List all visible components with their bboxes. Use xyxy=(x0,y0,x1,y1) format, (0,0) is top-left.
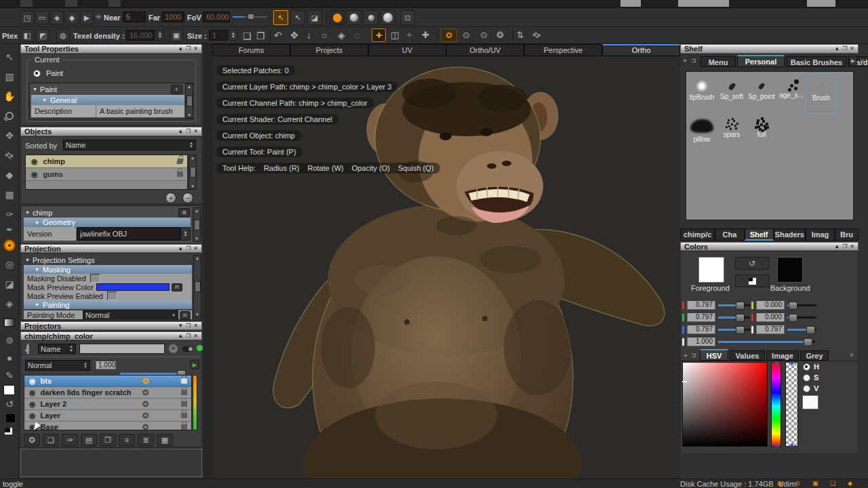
filter-dropdown[interactable]: Name ▲▼ xyxy=(38,344,76,354)
quad-view-icon[interactable]: ◈ xyxy=(50,11,64,24)
s-radio[interactable] xyxy=(803,374,810,382)
layer-row-darken[interactable]: ◉ darken lids finger scratch ✪ xyxy=(24,387,191,399)
add-object-button[interactable]: + xyxy=(165,192,176,203)
brush-cell-age-s[interactable]: age_s... xyxy=(777,75,806,113)
tab-ortho[interactable]: Ortho xyxy=(602,44,680,56)
scroll-thumb[interactable] xyxy=(190,167,196,178)
slider-knob[interactable] xyxy=(736,326,745,334)
polygon-icon[interactable]: ◆ xyxy=(65,11,79,24)
paste-icon[interactable]: ❐ xyxy=(256,30,265,41)
collapse-icon[interactable]: ▲ xyxy=(834,46,840,52)
dock-tab-cha[interactable]: Cha xyxy=(715,228,744,241)
project-through-icon[interactable]: ⇄ xyxy=(515,31,526,39)
picked-color-swatch[interactable] xyxy=(802,395,818,409)
marquee-select-tool-icon[interactable]: ▧ xyxy=(2,70,17,83)
fov-slider[interactable] xyxy=(233,16,267,18)
paint-through-tool-icon[interactable]: ✑ xyxy=(2,207,17,221)
painting-mode-dropdown[interactable]: Normal ▲ xyxy=(83,310,178,321)
eye-icon[interactable]: ◉ xyxy=(29,388,36,397)
viewport-canvas[interactable]: Selected Patches: 0 Current Layer Path: … xyxy=(212,56,680,479)
blue-value[interactable]: 0.797 xyxy=(687,325,715,334)
palette-icon[interactable]: ✪ xyxy=(142,388,149,397)
eye-icon[interactable]: ◉ xyxy=(31,157,38,166)
h-radio[interactable] xyxy=(803,363,810,371)
split-horizontal-icon[interactable]: ◫ xyxy=(391,30,399,40)
slider-knob[interactable] xyxy=(789,302,797,310)
globe-icon[interactable]: ◍ xyxy=(56,29,70,42)
detach-shelf-icon[interactable]: ⊐ xyxy=(691,57,696,64)
picker-tab-values[interactable]: Values xyxy=(730,350,765,361)
lock-icon[interactable] xyxy=(181,401,187,407)
mirror-grid-icon[interactable]: ✚ xyxy=(422,30,429,40)
texel-density-field[interactable]: 16.000 xyxy=(126,30,155,41)
layer-grid-button[interactable]: ▦ xyxy=(157,434,173,446)
layer-row-bts[interactable]: ◉ bts ✪ xyxy=(24,375,191,387)
background-swatch[interactable] xyxy=(777,257,803,283)
warp-projection-icon[interactable]: ◌ xyxy=(354,30,359,41)
expand-icon[interactable]: ▼ xyxy=(178,323,183,329)
expand-arrow-icon[interactable]: ▼ xyxy=(33,87,37,92)
close-icon[interactable]: ✕ xyxy=(850,46,854,52)
clear-filter-icon[interactable]: ✕ xyxy=(169,344,178,353)
expand-arrow-icon[interactable]: ▼ xyxy=(25,210,30,215)
color-picker-tool-icon[interactable]: ✎ xyxy=(2,369,17,382)
layer-row-layer[interactable]: ◉ Layer ✪ xyxy=(24,410,191,422)
tab-perspective[interactable]: Perspective xyxy=(524,44,602,56)
hue-marker-bottom[interactable] xyxy=(774,443,779,447)
object-row-chimp[interactable]: ◉ chimp xyxy=(26,155,187,168)
collapse-icon[interactable]: ▲ xyxy=(178,129,183,134)
droplet-tool-icon[interactable]: ◆ xyxy=(2,168,17,182)
add-procedural-layer-button[interactable]: ✑ xyxy=(62,434,78,446)
reset-colors-icon[interactable] xyxy=(4,427,13,435)
basic-shading-button[interactable] xyxy=(347,10,361,25)
dock-splitter[interactable] xyxy=(203,44,212,479)
eye-icon[interactable]: ◉ xyxy=(29,411,36,420)
undo-transform-icon[interactable]: ↶ xyxy=(274,30,282,41)
blue-slider[interactable] xyxy=(718,329,750,331)
colors-header[interactable]: Colors ▲❐✕ xyxy=(680,242,859,251)
move-transform-icon[interactable]: ✥ xyxy=(290,30,298,41)
paint-radio[interactable]: Paint xyxy=(33,69,63,77)
pin-tool-icon[interactable]: ✒ xyxy=(2,223,17,237)
palette-icon[interactable]: ✪ xyxy=(142,411,149,420)
hue-strip[interactable] xyxy=(771,362,781,447)
alpha-marker-top[interactable] xyxy=(789,362,795,365)
version-value[interactable]: jawlinefix OBJ xyxy=(77,227,180,241)
red-value[interactable]: 0.797 xyxy=(687,300,715,310)
layers-cache-strip[interactable] xyxy=(193,375,197,430)
pan-tool-icon[interactable]: ✋ xyxy=(2,89,17,103)
swap-colors-icon[interactable]: ↺ xyxy=(2,397,17,411)
shelf-tab-personal[interactable]: Personal xyxy=(737,55,785,67)
dock-tab-shaders[interactable]: Shaders xyxy=(774,228,806,241)
painting-section-header[interactable]: ▼ Painting xyxy=(24,300,192,309)
mask-preview-color-swatch[interactable] xyxy=(96,283,170,291)
size-spinner[interactable]: ▲▼ xyxy=(229,30,237,41)
value-slider[interactable] xyxy=(787,329,816,331)
paint-target-button[interactable]: ✪ xyxy=(441,28,457,42)
object-root-row[interactable]: ▼ chimp ≣ xyxy=(22,207,192,218)
float-icon[interactable]: ❐ xyxy=(186,333,191,339)
alpha-slider[interactable] xyxy=(718,341,815,343)
enabled-indicator[interactable] xyxy=(197,345,203,351)
select-patch-mode-button[interactable]: ↖ xyxy=(290,10,305,25)
saturation-slider[interactable] xyxy=(787,317,816,319)
far-field[interactable]: 1000 xyxy=(161,12,184,22)
red-slider[interactable] xyxy=(718,304,750,306)
shelf-tab-scroll-right-button[interactable]: ▶ xyxy=(849,56,857,66)
collapse-icon[interactable]: ▲ xyxy=(834,244,840,249)
collapse-icon[interactable]: ▲ xyxy=(178,46,183,52)
lock-icon[interactable] xyxy=(181,390,187,395)
eye-icon[interactable]: ◉ xyxy=(31,170,38,179)
hue-marker-top[interactable] xyxy=(774,362,779,365)
perspective-cube-icon[interactable]: ◳ xyxy=(20,11,34,24)
background-color-swatch-mini[interactable] xyxy=(5,413,16,423)
palette-icon[interactable]: ✪ xyxy=(142,377,149,386)
scale-projection-icon[interactable]: ◈ xyxy=(338,30,345,41)
paint-hidden-icon[interactable]: ⊙ xyxy=(480,30,488,40)
add-property-button[interactable]: + xyxy=(171,85,182,94)
paint-settings-gears-icon[interactable]: ❂ xyxy=(496,30,504,40)
full-shading-button[interactable] xyxy=(363,10,378,25)
add-mask-button[interactable]: ▤ xyxy=(81,434,97,446)
projection-scrollbar[interactable]: ▲▼ xyxy=(193,255,201,318)
alpha-strip[interactable] xyxy=(785,362,798,447)
